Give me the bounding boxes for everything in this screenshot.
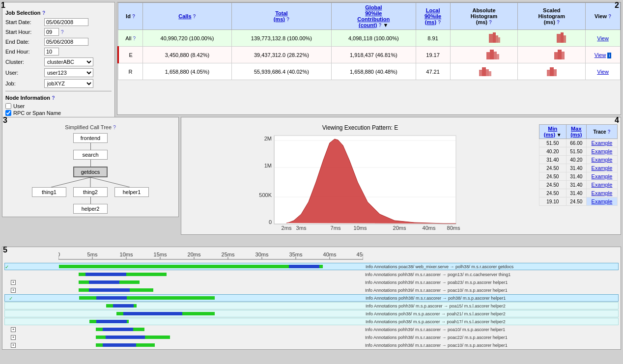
expand-btn[interactable]: + (11, 335, 16, 340)
tree-node-getdocs[interactable]: getdocs (73, 167, 108, 177)
abs-hist-info-icon[interactable]: ? (489, 20, 492, 25)
trace-link[interactable]: Example (587, 181, 618, 189)
trace-link[interactable]: Example (587, 147, 618, 156)
job-selection-info-icon[interactable]: ? (42, 10, 45, 16)
trace-example-link[interactable]: Example (592, 165, 613, 171)
svg-text:10ms: 10ms (354, 225, 367, 231)
expand-btn[interactable]: + (11, 327, 16, 332)
trace-link[interactable]: Example (587, 156, 618, 164)
tl-check (13, 311, 14, 317)
tree-node-search[interactable]: search (73, 150, 108, 160)
all-scaled-hist (518, 30, 586, 47)
global-sort-arrow[interactable]: ▼ (383, 22, 389, 28)
view-info-icon[interactable]: ? (608, 14, 611, 19)
svg-rect-11 (554, 52, 558, 59)
total-info-icon[interactable]: ? (286, 17, 289, 22)
expand-btn[interactable]: + (11, 280, 16, 285)
start-date-input[interactable] (44, 18, 88, 26)
tree-node-frontend[interactable]: frontend (73, 133, 108, 143)
svg-text:500K: 500K (259, 192, 272, 198)
cluster-select[interactable]: clusterABC (44, 57, 93, 66)
tl-bar-blue (89, 280, 119, 284)
tree-node-thing1[interactable]: thing1 (32, 187, 66, 197)
svg-rect-5 (561, 32, 564, 43)
svg-text:40ms: 40ms (423, 225, 436, 231)
total-sort-link[interactable]: Total(ms) (274, 10, 288, 22)
tl-bar-blue (85, 273, 126, 276)
trace-example-link[interactable]: Example (592, 157, 613, 163)
tree-node-helper1[interactable]: helper1 (114, 187, 149, 197)
r-view-link[interactable]: View (597, 69, 609, 75)
end-hour-label: End Hour: (5, 49, 42, 55)
tl-label: ✓ (5, 264, 59, 270)
tree-node-helper2[interactable]: helper2 (73, 204, 108, 214)
global-info-icon[interactable]: ? (378, 23, 381, 28)
all-info-icon[interactable]: ? (133, 36, 136, 41)
tl-bars (58, 342, 363, 348)
trace-link[interactable]: Example (587, 172, 618, 181)
all-view-link[interactable]: View (597, 35, 609, 41)
min-sort-link[interactable]: Min(ms) (544, 126, 557, 138)
trace-link[interactable]: Example (587, 189, 618, 197)
trace-example-link[interactable]: Example (592, 140, 613, 146)
trace-row: 24.50 31.40 Example (539, 181, 618, 189)
trace-row: 24.50 31.40 Example (539, 172, 618, 181)
trace-link[interactable]: Example (587, 164, 618, 172)
start-hour-input[interactable] (44, 28, 59, 36)
e-view[interactable]: View i (586, 47, 621, 63)
tl-info-text: Info Annotations pohh38/ m.s.r.ascorer →… (365, 343, 508, 348)
local-info-icon[interactable]: ? (438, 20, 441, 25)
svg-text:80ms: 80ms (447, 225, 460, 231)
checkbox-user-input[interactable] (5, 103, 11, 109)
trace-min: 24.50 (539, 181, 566, 189)
svg-text:35ms: 35ms (289, 252, 303, 257)
scaled-hist-info-icon[interactable]: ? (557, 20, 560, 25)
tl-bar-blue (96, 296, 127, 300)
start-hour-label: Start Hour: (5, 29, 42, 35)
trace-example-link[interactable]: Example (592, 173, 613, 179)
tree-node-thing2[interactable]: thing2 (73, 187, 108, 197)
tl-bar-blue (103, 343, 137, 347)
r-total: 55,939,686.4 (40.02%) (231, 63, 331, 80)
user-select[interactable]: user123 (44, 68, 93, 77)
job-label: Job: (5, 81, 42, 86)
node-info-icon[interactable]: ? (52, 95, 55, 101)
e-view-link[interactable]: View (595, 52, 606, 58)
r-view[interactable]: View (586, 63, 621, 80)
expand-btn[interactable]: + (11, 288, 16, 293)
trace-min: 19.10 (539, 197, 566, 206)
trace-example-link[interactable]: Example (592, 198, 613, 204)
trace-info-icon[interactable]: ? (607, 129, 610, 135)
max-sort-link[interactable]: Max(ms) (570, 126, 582, 138)
trace-example-link[interactable]: Example (592, 190, 613, 196)
trace-link[interactable]: Example (587, 197, 618, 206)
calls-sort-link[interactable]: Calls (178, 13, 191, 19)
trace-row: 31.40 40.20 Example (539, 156, 618, 164)
call-tree-info-icon[interactable]: ? (113, 125, 116, 130)
trace-example-link[interactable]: Example (592, 182, 613, 188)
checkbox-rpc-input[interactable] (5, 110, 11, 116)
svg-rect-19 (550, 67, 554, 76)
e-global: 1,918,437 (46.81%) (332, 47, 416, 63)
user-label: User: (5, 70, 42, 76)
trace-link[interactable]: Example (587, 139, 618, 147)
call-tree-title: Simplified Call Tree ? (5, 124, 175, 130)
id-info-icon[interactable]: ? (132, 14, 135, 19)
end-date-input[interactable] (44, 38, 88, 46)
job-selection-title: Job Selection ? (5, 9, 112, 16)
col-total: Total(ms) ? (231, 3, 331, 30)
calls-info-icon[interactable]: ? (193, 14, 196, 19)
start-hour-info-icon[interactable]: ? (61, 29, 64, 35)
all-view[interactable]: View (586, 30, 621, 47)
chart-title: Viewing Execution Pattern: E (184, 124, 536, 131)
svg-text:7ms: 7ms (331, 225, 341, 231)
trace-min: 51.50 (539, 139, 566, 147)
svg-rect-8 (490, 50, 494, 59)
all-calls: 40,990,720 (100.00%) (143, 30, 232, 47)
end-hour-input[interactable] (44, 48, 59, 56)
job-select[interactable]: jobXYZ (44, 79, 93, 88)
trace-min: 24.50 (539, 172, 566, 181)
tl-check (13, 303, 14, 309)
expand-btn[interactable]: + (11, 343, 16, 348)
trace-example-link[interactable]: Example (592, 148, 613, 154)
